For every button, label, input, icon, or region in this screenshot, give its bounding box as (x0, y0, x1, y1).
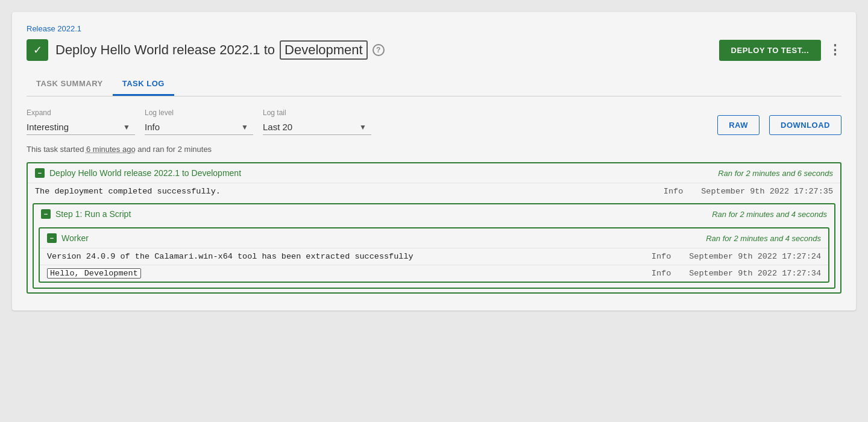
outer-log-duration: Ran for 2 minutes and 6 seconds (718, 169, 833, 178)
log-entry-worker-2-timestamp: September 9th 2022 17:27:34 (689, 269, 821, 278)
tabs-row: TASK SUMMARY TASK LOG (27, 73, 841, 96)
worker-log-header: − Worker Ran for 2 minutes and 4 seconds (40, 228, 828, 248)
log-entry-deployment: The deployment completed successfully. I… (28, 183, 840, 200)
step-collapse-icon[interactable]: − (41, 209, 51, 219)
log-tail-select[interactable]: Last 20 ▼ (263, 119, 371, 135)
log-entry-message: The deployment completed successfully. (35, 187, 647, 196)
breadcrumb[interactable]: Release 2022.1 (27, 24, 841, 33)
step-log-header: − Step 1: Run a Script Ran for 2 minutes… (34, 204, 834, 224)
log-tail-value: Last 20 (263, 122, 359, 132)
worker-log-section: − Worker Ran for 2 minutes and 4 seconds… (39, 227, 829, 283)
log-level-label: Log level (145, 109, 253, 117)
main-card: Release 2022.1 ✓ Deploy Hello World rele… (12, 12, 856, 310)
help-icon[interactable]: ? (373, 44, 385, 56)
step-log-title-text: Step 1: Run a Script (55, 209, 131, 219)
outer-log-header: − Deploy Hello World release 2022.1 to D… (28, 163, 840, 183)
download-button[interactable]: DOWNLOAD (769, 115, 841, 135)
outer-collapse-icon[interactable]: − (35, 168, 45, 178)
log-level-select[interactable]: Info ▼ (145, 119, 253, 135)
log-level-filter-group: Log level Info ▼ (145, 109, 253, 135)
tab-task-log[interactable]: TASK LOG (113, 73, 174, 96)
success-check-icon: ✓ (27, 39, 48, 61)
more-menu-button[interactable]: ⋮ (828, 43, 841, 57)
expand-filter-group: Expand Interesting ▼ (27, 109, 135, 135)
raw-button[interactable]: RAW (717, 115, 760, 135)
header-right: DEPLOY TO TEST... ⋮ (719, 40, 841, 61)
tab-task-summary[interactable]: TASK SUMMARY (27, 73, 113, 96)
log-tail-arrow-icon: ▼ (359, 123, 366, 131)
log-tail-label: Log tail (263, 109, 371, 117)
outer-log-section: − Deploy Hello World release 2022.1 to D… (27, 162, 841, 294)
expand-arrow-icon: ▼ (123, 123, 130, 131)
expand-label: Expand (27, 109, 135, 117)
deploy-to-test-button[interactable]: DEPLOY TO TEST... (719, 40, 821, 61)
log-entry-level: Info (647, 187, 683, 196)
log-tail-filter-group: Log tail Last 20 ▼ (263, 109, 371, 135)
step-log-duration: Ran for 2 minutes and 4 seconds (712, 210, 827, 219)
step-log-title: − Step 1: Run a Script (41, 209, 131, 219)
log-entry-worker-2-message: Hello, Development (47, 269, 635, 278)
outer-log-title: − Deploy Hello World release 2022.1 to D… (35, 168, 241, 178)
log-entry-worker-2-highlighted: Hello, Development (47, 268, 141, 279)
title-prefix: Deploy Hello World release 2022.1 to (55, 42, 275, 58)
title-environment: Development (280, 40, 368, 60)
worker-log-title: − Worker (47, 233, 89, 243)
step-log-section: − Step 1: Run a Script Ran for 2 minutes… (33, 203, 835, 289)
worker-log-title-text: Worker (61, 233, 89, 243)
header-left: ✓ Deploy Hello World release 2022.1 to D… (27, 39, 385, 61)
log-entry-timestamp: September 9th 2022 17:27:35 (701, 187, 833, 196)
log-entry-worker-2: Hello, Development Info September 9th 20… (40, 265, 828, 282)
outer-log-title-text: Deploy Hello World release 2022.1 to Dev… (49, 168, 241, 178)
filters-row: Expand Interesting ▼ Log level Info ▼ Lo… (27, 109, 841, 135)
log-entry-worker-1: Version 24.0.9 of the Calamari.win-x64 t… (40, 248, 828, 265)
header-row: ✓ Deploy Hello World release 2022.1 to D… (27, 39, 841, 61)
expand-value: Interesting (27, 122, 123, 132)
log-entry-worker-1-message: Version 24.0.9 of the Calamari.win-x64 t… (47, 252, 635, 261)
expand-select[interactable]: Interesting ▼ (27, 119, 135, 135)
log-entry-worker-2-level: Info (635, 269, 671, 278)
log-level-value: Info (145, 122, 241, 132)
page-title: Deploy Hello World release 2022.1 to Dev… (55, 40, 385, 60)
worker-log-duration: Ran for 2 minutes and 4 seconds (706, 234, 821, 243)
page-container: Release 2022.1 ✓ Deploy Hello World rele… (0, 0, 868, 422)
task-started-text: This task started 6 minutes ago and ran … (27, 145, 841, 154)
log-level-arrow-icon: ▼ (241, 123, 248, 131)
worker-collapse-icon[interactable]: − (47, 233, 57, 243)
log-entry-worker-1-timestamp: September 9th 2022 17:27:24 (689, 252, 821, 261)
log-entry-worker-1-level: Info (635, 252, 671, 261)
